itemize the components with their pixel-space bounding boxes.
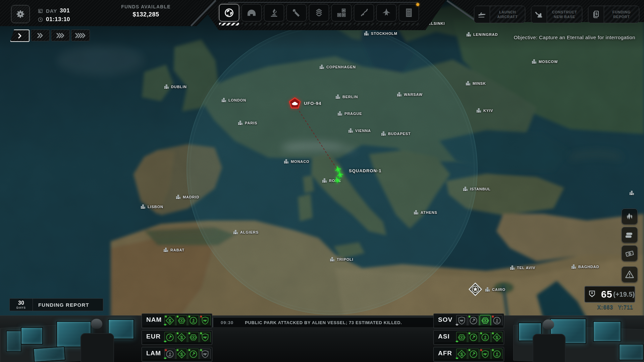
city-leningrad: LENINGRAD bbox=[466, 32, 498, 37]
status-dot-red bbox=[165, 349, 167, 351]
region-military-tile bbox=[456, 315, 467, 326]
city-label: MONACO bbox=[291, 160, 310, 164]
region-row-afr[interactable]: AFR$ bbox=[433, 347, 504, 362]
city-icon bbox=[284, 159, 289, 164]
speed-3x-button[interactable] bbox=[51, 29, 70, 41]
operator-right bbox=[533, 334, 566, 362]
tab-bases[interactable] bbox=[241, 4, 262, 26]
score-delta: (+19.5) bbox=[613, 291, 635, 298]
city-label: MOSCOW bbox=[539, 60, 558, 64]
status-dot-green bbox=[177, 316, 178, 317]
speed-4x-button[interactable] bbox=[71, 29, 90, 41]
speed-1x-button[interactable] bbox=[10, 29, 30, 42]
city-madrid: MADRID bbox=[176, 194, 199, 199]
city-icon bbox=[510, 265, 515, 270]
region-military-tile bbox=[200, 332, 211, 343]
region-row-lam[interactable]: LAM$ bbox=[142, 347, 212, 362]
construct-new-base-button[interactable]: CONSTRUCTNEW BASE bbox=[531, 6, 582, 23]
status-dot-green bbox=[480, 333, 482, 334]
region-research-tile bbox=[164, 349, 175, 360]
region-engineering-tile bbox=[468, 349, 479, 360]
city-edge bbox=[629, 190, 634, 195]
tab-personnel[interactable] bbox=[309, 4, 329, 26]
tab-aircraft[interactable] bbox=[376, 4, 396, 26]
time-value: 01:13:10 bbox=[46, 16, 70, 23]
alenium-resources-button[interactable] bbox=[622, 208, 638, 225]
squadron-jets-icon bbox=[331, 166, 346, 186]
region-research-tile bbox=[491, 349, 502, 360]
city-icon bbox=[238, 120, 243, 125]
svg-text:$: $ bbox=[495, 335, 498, 340]
city-cairo: CAIRO bbox=[485, 287, 505, 292]
funding-report-bar[interactable]: 30 DAYS FUNDING REPORT bbox=[9, 298, 103, 311]
region-progress-strip bbox=[143, 342, 211, 344]
finances-button[interactable]: $ bbox=[622, 245, 638, 261]
city-label: MADRID bbox=[183, 195, 199, 199]
funds-display: FUNDS AVAILABLE $132,285 bbox=[111, 4, 181, 18]
city-london: LONDON bbox=[221, 98, 246, 103]
status-dot-red bbox=[200, 316, 202, 317]
chevron-icon bbox=[17, 33, 22, 39]
launch-aircraft-button[interactable]: LAUNCHAIRCRAFT bbox=[474, 6, 525, 23]
chevron-icon bbox=[37, 32, 44, 39]
coord-y: Y:711 bbox=[618, 304, 633, 310]
squadron-marker[interactable]: SQUADRON-1 bbox=[331, 166, 381, 186]
tab-archive[interactable] bbox=[399, 4, 419, 26]
status-dot-green bbox=[200, 333, 202, 334]
region-code: ASI bbox=[438, 333, 450, 340]
clock-display: 01:13:10 bbox=[38, 16, 70, 23]
player-base-marker[interactable] bbox=[468, 282, 482, 296]
region-row-sov[interactable]: SOV bbox=[433, 313, 504, 328]
region-row-eur[interactable]: EUR$ bbox=[142, 330, 212, 345]
speed-2x-button[interactable] bbox=[31, 29, 50, 41]
funding-days-unit: DAYS bbox=[16, 306, 26, 309]
funding-report-button[interactable]: $FUNDINGREPORT bbox=[588, 6, 639, 23]
excavator-icon bbox=[531, 6, 547, 23]
city-label: PRAGUE bbox=[344, 112, 362, 116]
region-row-asi[interactable]: ASI$ bbox=[433, 330, 504, 345]
operator-left bbox=[80, 333, 114, 362]
city-label: PARIS bbox=[245, 121, 257, 125]
region-military-tile bbox=[480, 349, 491, 360]
settings-button[interactable] bbox=[11, 5, 30, 23]
hangar-icon bbox=[246, 7, 257, 18]
city-stockholm: STOCKHOLM bbox=[364, 31, 397, 36]
tab-research[interactable] bbox=[264, 4, 284, 26]
tab-stores[interactable] bbox=[331, 4, 352, 26]
city-prague: PRAGUE bbox=[337, 111, 362, 116]
city-label: BUDAPEST bbox=[388, 132, 411, 136]
notification-dot bbox=[416, 3, 419, 6]
city-icon bbox=[335, 94, 340, 99]
operator-left-head bbox=[91, 319, 102, 329]
region-engineering-tile bbox=[188, 349, 199, 360]
status-dot-green bbox=[469, 349, 470, 351]
status-dot-red bbox=[480, 349, 482, 351]
fuel-resources-button[interactable] bbox=[622, 227, 638, 243]
city-istanbul: ISTANBUL bbox=[463, 186, 491, 191]
status-dot-green bbox=[492, 349, 494, 351]
resource-side-buttons: $ bbox=[622, 208, 638, 283]
rifle-icon bbox=[359, 7, 369, 18]
svg-text:$: $ bbox=[168, 318, 171, 323]
city-icon bbox=[466, 32, 471, 37]
city-icon bbox=[164, 84, 169, 89]
city-moscow: MOSCOW bbox=[532, 59, 558, 64]
city-label: RABAT bbox=[170, 248, 184, 252]
city-label: KYIV bbox=[483, 109, 493, 113]
city-label: TRIPOLI bbox=[337, 257, 354, 261]
tab-armory[interactable] bbox=[354, 4, 374, 26]
tab-engineering[interactable] bbox=[286, 4, 307, 26]
alerts-button[interactable] bbox=[622, 266, 638, 283]
ufo-marker[interactable]: UFO-94 bbox=[288, 97, 321, 110]
status-dot-red bbox=[492, 316, 494, 317]
region-row-nam[interactable]: NAM$ bbox=[142, 313, 212, 328]
region-code: NAM bbox=[146, 316, 162, 323]
tab-geoscape[interactable] bbox=[219, 4, 239, 26]
region-military-tile bbox=[200, 315, 211, 326]
city-icon bbox=[629, 190, 634, 195]
city-algiers: ALGIERS bbox=[233, 230, 259, 235]
region-research-tile bbox=[480, 332, 491, 343]
region-engineering-tile bbox=[468, 315, 479, 326]
city-label: ALGIERS bbox=[240, 230, 259, 234]
city-label: LONDON bbox=[228, 98, 246, 102]
